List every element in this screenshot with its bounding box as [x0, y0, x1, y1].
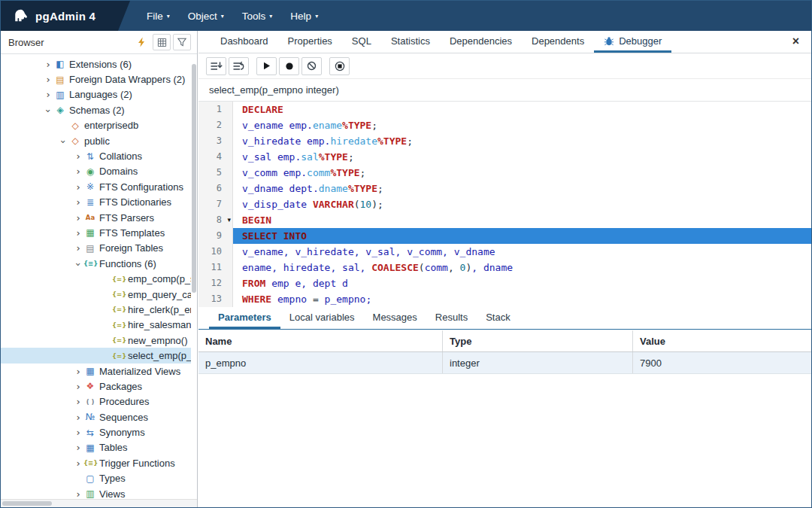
- code-line-text[interactable]: WHERE empno = p_empno;: [233, 291, 811, 307]
- tab-local-variables[interactable]: Local variables: [280, 307, 364, 329]
- tab-debugger[interactable]: Debugger: [594, 31, 671, 53]
- chevron-right-icon[interactable]: ›: [73, 442, 83, 453]
- tab-dashboard[interactable]: Dashboard: [211, 31, 278, 53]
- tab-sql[interactable]: SQL: [342, 31, 381, 53]
- line-number[interactable]: 7: [198, 196, 233, 212]
- chevron-right-icon[interactable]: ›: [73, 458, 83, 469]
- line-number[interactable]: 5: [198, 165, 233, 181]
- toggle-breakpoint-button[interactable]: [279, 57, 299, 75]
- chevron-right-icon[interactable]: ›: [73, 366, 83, 377]
- code-line-text[interactable]: v_sal emp.sal%TYPE;: [233, 149, 811, 165]
- tab-dependencies[interactable]: Dependencies: [440, 31, 522, 53]
- param-row[interactable]: p_empno integer 7900: [198, 352, 811, 374]
- code-line[interactable]: 11ename, hiredate, sal, COALESCE(comm, 0…: [198, 260, 811, 275]
- chevron-right-icon[interactable]: ›: [43, 74, 53, 85]
- code-line-text[interactable]: v_dname dept.dname%TYPE;: [233, 181, 811, 196]
- code-line-text[interactable]: v_comm emp.comm%TYPE;: [233, 165, 811, 181]
- tree-item-select-emp-p-en[interactable]: ›{=}select_emp(p_en: [1, 348, 191, 363]
- tree-item-enterprisedb[interactable]: ›◇enterprisedb: [1, 118, 191, 133]
- line-number[interactable]: 11: [198, 260, 233, 275]
- code-line[interactable]: 12FROM emp e, dept d: [198, 275, 811, 291]
- clear-all-breakpoints-button[interactable]: [301, 57, 322, 75]
- scrollbar-thumb[interactable]: [192, 64, 196, 293]
- line-number[interactable]: 12: [198, 275, 233, 291]
- code-line[interactable]: 8▾BEGIN: [198, 212, 811, 228]
- tree-item-emp-query-calle[interactable]: ›{=}emp_query_calle: [1, 287, 191, 302]
- tree-item-schemas-2[interactable]: ›◈Schemas (2): [1, 102, 191, 117]
- chevron-right-icon[interactable]: ›: [73, 166, 83, 177]
- tree-item-domains[interactable]: ›◉Domains: [1, 164, 191, 179]
- code-line[interactable]: 10v_ename, v_hiredate, v_sal, v_comm, v_…: [198, 244, 811, 260]
- tree-item-emp-comp-p-sa[interactable]: ›{=}emp_comp(p_sa: [1, 271, 191, 286]
- code-line-text[interactable]: v_ename emp.ename%TYPE;: [233, 117, 811, 133]
- line-number[interactable]: 8▾: [198, 212, 233, 228]
- code-line[interactable]: 13WHERE empno = p_empno;: [198, 291, 811, 307]
- tree-item-types[interactable]: ›▢Types: [1, 471, 191, 486]
- code-line-text[interactable]: v_hiredate emp.hiredate%TYPE;: [233, 133, 811, 149]
- tree-item-languages-2[interactable]: ›▥Languages (2): [1, 87, 191, 102]
- tab-stack[interactable]: Stack: [477, 307, 520, 329]
- menu-help[interactable]: Help▾: [281, 5, 327, 27]
- code-line-text[interactable]: FROM emp e, dept d: [233, 275, 811, 291]
- code-line[interactable]: 9SELECT INTO: [198, 228, 811, 244]
- chevron-right-icon[interactable]: ›: [73, 227, 83, 239]
- line-number[interactable]: 1: [198, 102, 233, 117]
- line-number[interactable]: 3: [198, 133, 233, 149]
- tree-item-packages[interactable]: ›❖Packages: [1, 379, 191, 394]
- line-number[interactable]: 9: [198, 228, 233, 244]
- code-line[interactable]: 4v_sal emp.sal%TYPE;: [198, 149, 811, 165]
- tree-item-views[interactable]: ›▥Views: [1, 486, 191, 498]
- quick-search-button[interactable]: [132, 34, 150, 50]
- tree-item-materialized-views[interactable]: ›▦Materialized Views: [1, 364, 191, 379]
- code-line[interactable]: 2v_ename emp.ename%TYPE;: [198, 117, 811, 133]
- tab-messages[interactable]: Messages: [364, 307, 426, 329]
- step-into-button[interactable]: [206, 57, 226, 75]
- tree-item-extensions-6[interactable]: ›◧Extensions (6): [1, 56, 191, 71]
- tab-parameters[interactable]: Parameters: [209, 307, 280, 329]
- code-line[interactable]: 3v_hiredate emp.hiredate%TYPE;: [198, 133, 811, 149]
- tree-item-foreign-tables[interactable]: ›▤Foreign Tables: [1, 241, 191, 256]
- code-line[interactable]: 5v_comm emp.comm%TYPE;: [198, 165, 811, 181]
- code-line-text[interactable]: BEGIN: [233, 212, 811, 228]
- code-line[interactable]: 7v_disp_date VARCHAR(10);: [198, 196, 811, 212]
- tree-item-tables[interactable]: ›▦Tables: [1, 440, 191, 455]
- chevron-right-icon[interactable]: ›: [73, 488, 83, 498]
- tree-item-fts-dictionaries[interactable]: ›≣FTS Dictionaries: [1, 195, 191, 210]
- tree-item-collations[interactable]: ›⇅Collations: [1, 148, 191, 163]
- chevron-right-icon[interactable]: ›: [73, 196, 83, 208]
- code-line-text[interactable]: ename, hiredate, sal, COALESCE(comm, 0),…: [233, 260, 811, 275]
- tree-item-fts-configurations[interactable]: ›※FTS Configurations: [1, 179, 191, 194]
- tree-item-procedures[interactable]: ›( )Procedures: [1, 394, 191, 409]
- stop-button[interactable]: [329, 57, 350, 75]
- line-number[interactable]: 6: [198, 181, 233, 196]
- scrollbar-thumb[interactable]: [2, 501, 52, 506]
- menu-tools[interactable]: Tools▾: [233, 5, 282, 27]
- continue-button[interactable]: [256, 57, 277, 75]
- chevron-right-icon[interactable]: ›: [73, 212, 83, 224]
- chevron-right-icon[interactable]: ›: [43, 59, 53, 70]
- tab-properties[interactable]: Properties: [278, 31, 342, 53]
- chevron-down-icon[interactable]: ›: [73, 259, 84, 269]
- chevron-right-icon[interactable]: ›: [73, 381, 83, 392]
- grid-view-button[interactable]: [153, 34, 171, 50]
- close-panel-button[interactable]: ×: [789, 31, 802, 52]
- tree-item-new-empno[interactable]: ›{=}new_empno(): [1, 333, 191, 348]
- code-line-text[interactable]: v_ename, v_hiredate, v_sal, v_comm, v_dn…: [233, 244, 811, 260]
- chevron-right-icon[interactable]: ›: [73, 242, 83, 254]
- line-number[interactable]: 10: [198, 244, 233, 260]
- code-line-text[interactable]: SELECT INTO: [233, 228, 811, 244]
- tab-statistics[interactable]: Statistics: [381, 31, 440, 53]
- tree-item-synonyms[interactable]: ›⇆Synonyms: [1, 424, 191, 440]
- filter-button[interactable]: [173, 34, 191, 50]
- chevron-right-icon[interactable]: ›: [43, 89, 53, 100]
- menu-file[interactable]: File▾: [138, 5, 179, 27]
- tree-item-sequences[interactable]: ›№Sequences: [1, 409, 191, 424]
- tree-item-functions-6[interactable]: ›{≡}Functions (6): [1, 256, 191, 271]
- code-line[interactable]: 6v_dname dept.dname%TYPE;: [198, 181, 811, 196]
- line-number[interactable]: 13: [198, 291, 233, 307]
- chevron-down-icon[interactable]: ›: [58, 136, 69, 147]
- chevron-right-icon[interactable]: ›: [73, 181, 83, 193]
- step-over-button[interactable]: [229, 57, 249, 75]
- tab-results[interactable]: Results: [426, 307, 477, 329]
- tree-item-trigger-functions[interactable]: ›{≡}Trigger Functions: [1, 455, 191, 470]
